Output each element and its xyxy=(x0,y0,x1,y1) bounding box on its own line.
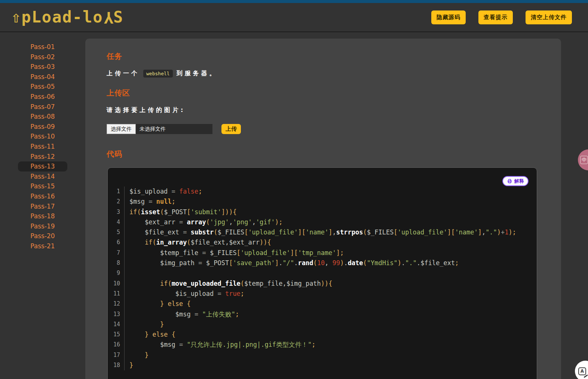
code-text: $msg = "只允许上传.jpg|.png|.gif类型文件！"; xyxy=(124,340,316,350)
view-hint-button[interactable]: 查看提示 xyxy=(478,10,513,24)
code-line: 18} xyxy=(108,360,537,370)
chinese-translate-icon: 中 xyxy=(580,156,588,164)
upload-prompt: 请选择要上传的图片: xyxy=(107,106,561,114)
sidebar-item-pass-06[interactable]: Pass-06 xyxy=(0,92,85,102)
sidebar-item-pass-15[interactable]: Pass-15 xyxy=(0,181,85,191)
sidebar-item-pass-18[interactable]: Pass-18 xyxy=(0,211,85,221)
sidebar-item-pass-11[interactable]: Pass-11 xyxy=(0,142,85,152)
line-number: 8 xyxy=(108,258,124,268)
sidebar-item-pass-01[interactable]: Pass-01 xyxy=(0,42,85,52)
translate-icon-letter: A xyxy=(581,369,584,374)
main-panel: 任务 上传一个 webshell 到服务器。 上传区 请选择要上传的图片: 选择… xyxy=(85,39,561,379)
sidebar-item-pass-07[interactable]: Pass-07 xyxy=(0,102,85,112)
code-text: $temp_file = $_FILES['upload_file']['tmp… xyxy=(124,248,344,258)
translate-icon: A xyxy=(578,367,586,375)
clear-uploads-button[interactable]: 清空上传文件 xyxy=(526,10,572,24)
code-text: if(in_array($file_ext,$ext_arr)){ xyxy=(124,237,271,248)
line-number: 1 xyxy=(108,187,124,197)
code-line: 2$msg = null; xyxy=(108,197,537,207)
file-input[interactable]: 选择文件 未选择文件 xyxy=(107,124,212,134)
ai-explain-button[interactable]: 解释 xyxy=(502,176,529,186)
code-text: } else { xyxy=(124,330,175,340)
sidebar-item-pass-05[interactable]: Pass-05 xyxy=(0,82,85,92)
code-text: $msg = null; xyxy=(124,197,175,207)
line-number: 11 xyxy=(108,289,124,299)
sidebar-item-pass-10[interactable]: Pass-10 xyxy=(0,131,85,142)
code-text: } else { xyxy=(124,299,191,309)
sidebar-item-pass-04[interactable]: Pass-04 xyxy=(0,72,85,82)
line-number: 12 xyxy=(108,299,124,309)
explain-label: 解释 xyxy=(514,178,524,185)
line-number: 17 xyxy=(108,350,124,360)
sidebar-item-pass-21[interactable]: Pass-21 xyxy=(0,241,85,251)
code-text: if(move_uploaded_file($temp_file,$img_pa… xyxy=(124,279,333,289)
upload-area-heading: 上传区 xyxy=(107,88,561,98)
brain-icon xyxy=(507,178,512,184)
sidebar-item-pass-20[interactable]: Pass-20 xyxy=(0,231,85,241)
code-line: 5 $file_ext = substr($_FILES['upload_fil… xyxy=(108,227,537,237)
logo-text-1: pLoad-lo xyxy=(21,9,103,25)
task-description: 上传一个 webshell 到服务器。 xyxy=(107,70,561,78)
sidebar-item-pass-12[interactable]: Pass-12 xyxy=(0,152,85,162)
code-text xyxy=(124,268,129,278)
task-text-before: 上传一个 xyxy=(107,70,140,78)
line-number: 3 xyxy=(108,207,124,217)
code-line: 6 if(in_array($file_ext,$ext_arr)){ xyxy=(108,237,537,248)
upload-arrow-icon: ⇧ xyxy=(11,9,21,25)
line-number: 5 xyxy=(108,227,124,237)
line-number: 15 xyxy=(108,330,124,340)
sidebar-item-pass-09[interactable]: Pass-09 xyxy=(0,122,85,132)
translate-widget-button[interactable]: 中 xyxy=(578,149,588,170)
code-text: $is_upload = true; xyxy=(124,289,244,299)
code-line: 17 } xyxy=(108,350,537,360)
upload-form: 选择文件 未选择文件 上传 xyxy=(107,124,561,134)
code-line: 12 } else { xyxy=(108,299,537,309)
line-number: 4 xyxy=(108,217,124,227)
hide-source-button[interactable]: 隐藏源码 xyxy=(431,10,466,24)
top-accent-bar xyxy=(0,0,588,3)
sidebar-item-pass-13[interactable]: Pass-13 xyxy=(18,161,67,172)
code-line: 13 $msg = "上传失败"; xyxy=(108,309,537,319)
line-number: 2 xyxy=(108,197,124,207)
code-text: $img_path = $_POST['save_path']."/".rand… xyxy=(124,258,459,268)
line-number: 9 xyxy=(108,268,124,278)
upload-button[interactable]: 上传 xyxy=(221,124,241,134)
header: ⇧pLoad-loYS 隐藏源码 查看提示 清空上传文件 xyxy=(0,3,588,32)
code-text: $msg = "上传失败"; xyxy=(124,309,239,319)
sidebar-item-pass-02[interactable]: Pass-02 xyxy=(0,52,85,62)
code-line: 10 if(move_uploaded_file($temp_file,$img… xyxy=(108,279,537,289)
code-lines: 1$is_upload = false;2$msg = null;3if(iss… xyxy=(108,187,537,370)
code-line: 15 } else { xyxy=(108,330,537,340)
app-logo: ⇧pLoad-loYS xyxy=(11,9,123,25)
sidebar-item-pass-19[interactable]: Pass-19 xyxy=(0,221,85,231)
code-line: 16 $msg = "只允许上传.jpg|.png|.gif类型文件！"; xyxy=(108,340,537,350)
sidebar-item-pass-16[interactable]: Pass-16 xyxy=(0,191,85,201)
sidebar-item-pass-14[interactable]: Pass-14 xyxy=(0,172,85,182)
logo-flipped-letter: Y xyxy=(103,9,113,25)
code-heading: 代码 xyxy=(107,149,561,159)
sidebar-item-pass-08[interactable]: Pass-08 xyxy=(0,112,85,122)
line-number: 13 xyxy=(108,309,124,319)
code-line: 11 $is_upload = true; xyxy=(108,289,537,299)
pass-list: Pass-01Pass-02Pass-03Pass-04Pass-05Pass-… xyxy=(0,42,85,251)
sidebar-item-pass-17[interactable]: Pass-17 xyxy=(0,201,85,212)
code-text: $file_ext = substr($_FILES['upload_file'… xyxy=(124,227,516,237)
code-line: 9 xyxy=(108,268,537,278)
code-line: 4 $ext_arr = array('jpg','png','gif'); xyxy=(108,217,537,227)
task-text-after: 到服务器。 xyxy=(177,70,218,78)
translate-corner-button[interactable]: A xyxy=(575,361,588,379)
code-text: } xyxy=(124,350,148,360)
code-text: $ext_arr = array('jpg','png','gif'); xyxy=(124,217,283,227)
sidebar-item-pass-03[interactable]: Pass-03 xyxy=(0,62,85,72)
line-number: 7 xyxy=(108,248,124,258)
code-line: 1$is_upload = false; xyxy=(108,187,537,197)
task-heading: 任务 xyxy=(107,51,561,61)
choose-file-button[interactable]: 选择文件 xyxy=(107,124,136,134)
code-text: } xyxy=(124,360,133,370)
code-line: 8 $img_path = $_POST['save_path']."/".ra… xyxy=(108,258,537,268)
code-line: 7 $temp_file = $_FILES['upload_file']['t… xyxy=(108,248,537,258)
header-actions: 隐藏源码 查看提示 清空上传文件 xyxy=(431,10,572,24)
code-text: if(isset($_POST['submit'])){ xyxy=(124,207,237,217)
logo-text-2: S xyxy=(113,9,123,25)
line-number: 10 xyxy=(108,279,124,289)
